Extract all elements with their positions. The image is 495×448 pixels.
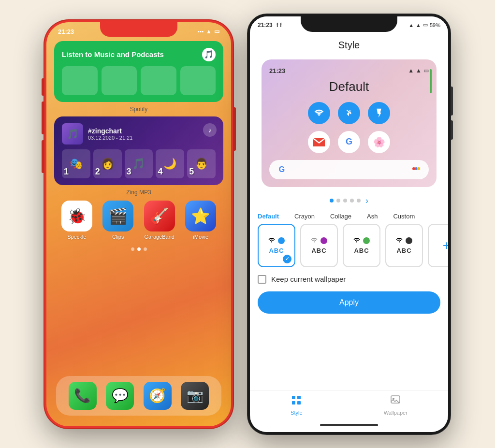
clips-icon: 🎬: [102, 201, 133, 231]
spotify-tile-1[interactable]: [62, 66, 98, 95]
zing-label: Zing MP3: [46, 189, 231, 196]
style-crayon-wifi: [311, 237, 318, 245]
style-ash-circle: [406, 237, 412, 244]
speckle-label: Speckle: [67, 234, 86, 240]
pagination-dot-5[interactable]: [357, 199, 361, 202]
wallpaper-nav-icon: [390, 394, 401, 409]
zing-album-art: 🎵: [62, 123, 83, 145]
app-garageband[interactable]: 🎸 GarageBand: [144, 201, 175, 240]
style-ash-wifi: [396, 237, 403, 245]
pagination-dot-3[interactable]: [343, 199, 347, 202]
android-status-right: ▲ ▲ ▭ 59%: [408, 22, 440, 28]
spotify-widget[interactable]: Listen to Music and Podcasts 🎵: [54, 41, 223, 102]
style-card-collage[interactable]: ABC: [343, 224, 380, 267]
style-collage-circle: [363, 237, 370, 244]
spotify-tile-2[interactable]: [102, 66, 137, 95]
spotify-logo: 🎵: [202, 48, 216, 61]
preview-google-g: G: [277, 165, 287, 174]
android-fb-icon: f f: [277, 22, 282, 29]
style-crayon-icons: [311, 237, 327, 245]
zing-track-1-num: 1: [64, 167, 69, 177]
style-options-labels: Default Crayon Collage Ash Custom: [250, 211, 448, 224]
iphone-volume-down-button[interactable]: [42, 140, 44, 173]
spotify-widget-title: Listen to Music and Podcasts: [62, 50, 164, 58]
style-label-default: Default: [258, 213, 279, 220]
imovie-icon: ⭐: [185, 201, 216, 231]
pagination-dot-2[interactable]: [336, 199, 340, 202]
zing-track-4-num: 4: [158, 167, 162, 177]
android-status-bar: 21:23 f f ▲ ▲ ▭ 59%: [258, 22, 440, 29]
page-dot-2-active[interactable]: [137, 247, 141, 251]
svg-rect-6: [297, 401, 301, 405]
iphone-mute-button[interactable]: [42, 78, 44, 96]
iphone-volume-up-button[interactable]: [42, 101, 44, 134]
style-nav-icon: [291, 394, 302, 409]
zing-track-3[interactable]: 🎵 3: [125, 149, 153, 178]
style-card-crayon[interactable]: ABC: [300, 224, 338, 267]
style-default-icons: [268, 237, 285, 245]
zing-logo: ♪: [203, 123, 217, 137]
android-notch-area: 21:23 f f ▲ ▲ ▭ 59%: [250, 16, 448, 34]
zing-track-2[interactable]: 👩 2: [93, 149, 122, 178]
wallpaper-row: Keep current wallpaper: [250, 273, 448, 291]
pagination-dot-1[interactable]: [330, 199, 334, 202]
android-power-button[interactable]: [451, 87, 453, 116]
add-custom-plus-icon: +: [443, 238, 448, 253]
zing-widget[interactable]: 🎵 #zingchart 03.12.2020 - 21:21 ♪ 🎭 1 👩 …: [54, 116, 223, 185]
iphone-status-icons: ▪▪▪ ▲ ▭: [197, 28, 219, 35]
pagination-next-arrow[interactable]: ›: [365, 196, 368, 206]
keep-wallpaper-label: Keep current wallpaper: [271, 275, 346, 283]
svg-rect-4: [297, 396, 301, 399]
nav-style[interactable]: Style: [291, 394, 302, 416]
style-label-custom: Custom: [393, 213, 415, 220]
style-page-title: Style: [250, 34, 448, 56]
style-label-crayon: Crayon: [294, 213, 315, 220]
spotify-tile-3[interactable]: [141, 66, 176, 95]
style-options-row: ABC ✓ ABC: [250, 224, 448, 273]
wallpaper-nav-label: Wallpaper: [384, 410, 408, 416]
speckle-icon: 🐞: [61, 201, 92, 231]
style-card-default[interactable]: ABC ✓: [258, 224, 295, 267]
style-card-ash[interactable]: ABC: [385, 224, 423, 267]
app-speckle[interactable]: 🐞 Speckle: [61, 201, 92, 240]
apply-button[interactable]: Apply: [258, 291, 440, 314]
app-imovie[interactable]: ⭐ iMovie: [185, 201, 216, 240]
style-default-circle: [278, 237, 285, 244]
dock-phone[interactable]: 📞: [69, 382, 97, 410]
spotify-grid: [62, 66, 216, 95]
android-volume-button[interactable]: [451, 120, 453, 140]
page-dot-3[interactable]: [144, 247, 147, 251]
preview-gmail-icon: [308, 131, 330, 153]
android-time: 21:23: [258, 22, 273, 29]
iphone-screen: 21:23 ▪▪▪ ▲ ▭ Listen to Music and Podcas…: [46, 22, 231, 426]
keep-wallpaper-checkbox[interactable]: [258, 275, 266, 284]
style-ash-abc: ABC: [396, 247, 411, 254]
page-dot-1[interactable]: [131, 247, 134, 251]
style-collage-abc: ABC: [354, 247, 369, 254]
zing-track-5[interactable]: 👨 5: [187, 149, 216, 178]
nav-wallpaper[interactable]: Wallpaper: [384, 394, 408, 416]
home-bar[interactable]: [320, 424, 378, 426]
spotify-tile-4[interactable]: [180, 66, 216, 95]
svg-rect-3: [292, 396, 295, 399]
style-ash-icons: [396, 237, 412, 245]
zing-track-1[interactable]: 🎭 1: [62, 149, 90, 178]
pagination-dot-4[interactable]: [350, 199, 354, 202]
app-clips[interactable]: 🎬 Clips: [102, 201, 133, 240]
preview-battery-icon: ▭: [423, 67, 429, 74]
dock-messages[interactable]: 💬: [106, 382, 134, 410]
dock-safari[interactable]: 🧭: [144, 382, 172, 410]
preview-app-icons: G 🌸: [269, 131, 429, 153]
iphone-power-button[interactable]: [233, 107, 236, 151]
preview-google-icon: G: [338, 131, 360, 153]
zing-track-4[interactable]: 🌙 4: [156, 149, 184, 178]
preview-signal-icon: ▲: [416, 67, 422, 74]
apply-btn-wrap: Apply: [250, 291, 448, 319]
style-label-ash: Ash: [367, 213, 378, 220]
style-card-add[interactable]: +: [428, 224, 448, 267]
battery-icon: ▭: [214, 28, 219, 35]
android-home-indicator: [250, 419, 448, 432]
dock-camera[interactable]: 📷: [181, 382, 209, 410]
style-collage-icons: [353, 237, 370, 245]
preview-search-bar: G: [269, 160, 429, 179]
